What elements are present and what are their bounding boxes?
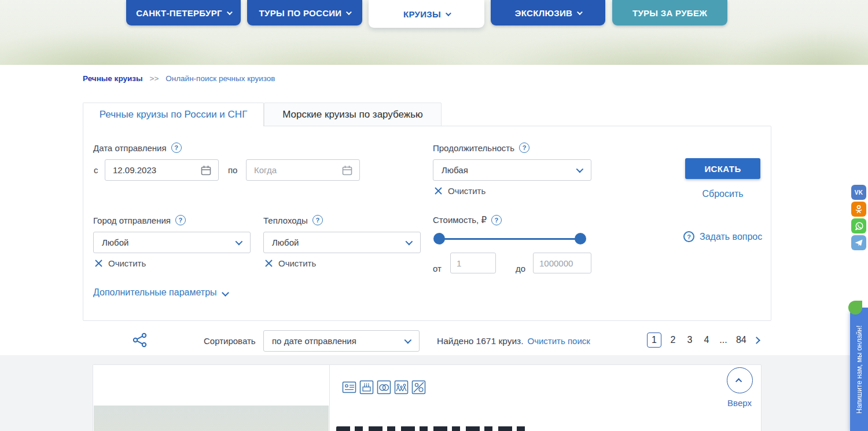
help-icon[interactable]: ? (519, 143, 529, 153)
chevron-down-icon (222, 289, 229, 297)
city-value: Любой (102, 238, 128, 247)
family-icon[interactable] (394, 380, 409, 395)
help-glyph: ? (523, 144, 527, 151)
page-button-84[interactable]: 84 (735, 333, 748, 347)
extra-params-label: Дополнительные параметры (93, 287, 217, 298)
breadcrumb-root-link[interactable]: Речные круизы (83, 74, 143, 83)
breadcrumb: Речные круизы >> Онлайн-поиск речных кру… (83, 74, 275, 83)
help-icon[interactable]: ? (175, 215, 186, 225)
help-icon[interactable]: ? (312, 215, 323, 225)
ask-question-link[interactable]: ? Задать вопрос (683, 231, 762, 242)
social-rail: VK (851, 185, 866, 250)
tree-blob (729, 29, 868, 65)
cruise-photo-column (93, 365, 330, 431)
price-from-prefix: от (433, 264, 442, 273)
tab-river-cruises[interactable]: Речные круизы по России и СНГ (83, 103, 264, 126)
price-from-input[interactable] (450, 253, 496, 273)
help-icon[interactable]: ? (491, 215, 502, 225)
chevron-down-icon (404, 337, 412, 344)
scroll-up-label[interactable]: Вверх (722, 398, 757, 408)
chevron-down-icon (406, 238, 413, 246)
clear-label: Очистить (278, 258, 316, 268)
nav-label: ТУРЫ ЗА РУБЕЖ (632, 8, 707, 18)
cruise-result-card[interactable] (93, 364, 762, 431)
departure-date-label-row: Дата отправления ? (93, 143, 182, 153)
nav-label: ЭКСКЛЮЗИВ (515, 8, 572, 18)
date-from-input[interactable] (105, 159, 219, 181)
nav-button-exclusive[interactable]: ЭКСКЛЮЗИВ (491, 0, 605, 25)
ships-label: Теплоходы (263, 216, 308, 225)
chat-banner[interactable]: Напишите нам, мы онлайн! (850, 308, 868, 431)
help-glyph: ? (315, 217, 319, 224)
help-glyph: ? (687, 233, 691, 240)
vk-icon[interactable]: VK (851, 185, 866, 200)
date-to-input[interactable] (246, 159, 360, 181)
duration-label: Продолжительность (433, 143, 514, 153)
city-select[interactable]: Любой (93, 232, 251, 253)
nav-label: ТУРЫ ПО РОССИИ (259, 8, 342, 18)
search-filter-panel: Дата отправления ? с по Продолжительност… (83, 126, 771, 321)
city-label: Город отправления (93, 216, 171, 225)
page-button-2[interactable]: 2 (668, 333, 678, 347)
ask-question-label: Задать вопрос (700, 232, 762, 242)
page-button-3[interactable]: 3 (685, 333, 695, 347)
nav-button-tours-russia[interactable]: ТУРЫ ПО РОССИИ (247, 0, 362, 25)
extra-params-toggle[interactable]: Дополнительные параметры (93, 287, 228, 298)
wedding-rings-icon[interactable] (377, 380, 391, 395)
nav-button-cruises-active[interactable]: КРУИЗЫ (369, 0, 484, 28)
ships-clear-button[interactable]: Очистить (265, 258, 316, 268)
chevron-down-icon (227, 9, 233, 15)
vk-glyph: VK (855, 189, 863, 196)
reset-link[interactable]: Сбросить (685, 189, 760, 199)
chevron-down-icon (346, 9, 352, 15)
breadcrumb-current: Онлайн-поиск речных круизов (165, 74, 275, 83)
clear-x-icon (435, 187, 442, 195)
ships-select[interactable]: Любой (263, 232, 421, 253)
clear-label: Очистить (448, 186, 486, 196)
help-glyph: ? (179, 217, 183, 224)
chevron-down-icon (576, 166, 584, 173)
results-count-text: Найдено 1671 круиз. (437, 336, 523, 346)
odnoklassniki-icon[interactable] (851, 202, 866, 217)
scroll-up-button[interactable] (727, 367, 753, 393)
nav-label: КРУИЗЫ (403, 9, 441, 19)
whatsapp-icon[interactable] (851, 218, 866, 233)
nav-button-spb[interactable]: САНКТ-ПЕТЕРБУРГ (126, 0, 241, 25)
sort-value: по дате отправления (272, 336, 356, 346)
sort-select[interactable]: по дате отправления (263, 330, 420, 352)
departure-date-label: Дата отправления (93, 143, 167, 153)
page-ellipsis: ... (718, 333, 729, 347)
page-button-4[interactable]: 4 (701, 333, 712, 347)
duration-clear-button[interactable]: Очистить (435, 186, 486, 196)
clear-search-link[interactable]: Очистить поиск (527, 336, 590, 346)
cruise-photo[interactable] (94, 406, 329, 431)
pagination: 1 2 3 4 ... 84 (647, 333, 759, 348)
next-page-button[interactable] (754, 338, 759, 343)
page-button-1[interactable]: 1 (647, 333, 661, 348)
question-circle-icon: ? (683, 231, 694, 242)
price-to-input[interactable] (533, 253, 591, 273)
slider-handle-min[interactable] (433, 233, 445, 244)
birthday-cake-icon[interactable] (359, 380, 374, 395)
nav-button-tours-abroad[interactable]: ТУРЫ ЗА РУБЕЖ (612, 0, 727, 25)
search-button[interactable]: ИСКАТЬ (685, 158, 760, 179)
price-range-slider (433, 232, 586, 245)
telegram-icon[interactable] (851, 235, 866, 250)
id-card-icon[interactable] (342, 380, 356, 395)
help-icon[interactable]: ? (171, 143, 182, 153)
date-to-prefix: по (228, 165, 237, 175)
slider-track[interactable] (439, 238, 580, 240)
tab-label: Морские круизы по зарубежью (282, 109, 423, 120)
slider-handle-max[interactable] (575, 233, 586, 244)
nav-label: САНКТ-ПЕТЕРБУРГ (136, 8, 222, 18)
ships-value: Любой (272, 238, 299, 247)
breadcrumb-separator: >> (150, 74, 159, 83)
help-glyph: ? (174, 144, 178, 151)
cruise-search-page: САНКТ-ПЕТЕРБУРГ ТУРЫ ПО РОССИИ КРУИЗЫ ЭК… (0, 0, 868, 431)
tab-sea-cruises[interactable]: Морские круизы по зарубежью (264, 103, 442, 126)
no-children-icon[interactable] (411, 380, 426, 395)
share-icon[interactable] (133, 333, 148, 348)
cruise-feature-icons (342, 380, 426, 395)
duration-select[interactable]: Любая (433, 159, 591, 181)
city-clear-button[interactable]: Очистить (95, 258, 146, 268)
